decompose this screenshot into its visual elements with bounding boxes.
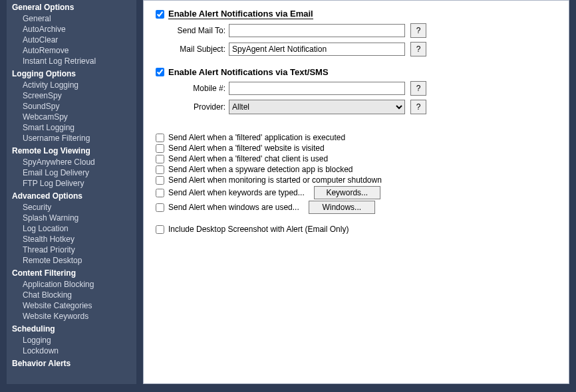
sidebar-item[interactable]: Activity Logging [7, 80, 136, 90]
main-panel: Enable Alert Notifications via Email Sen… [143, 0, 569, 384]
include-screenshot-label: Include Desktop Screenshot with Alert (E… [168, 225, 349, 234]
sidebar-section-title: Advanced Options [7, 189, 136, 202]
alert-row: Send Alert when a 'filtered' chat client… [156, 154, 557, 163]
provider-row: Provider: Alltel ? [156, 100, 557, 114]
sidebar-item[interactable]: Instant Log Retrieval [7, 56, 136, 66]
enable-sms-checkbox[interactable] [156, 68, 164, 76]
sidebar-item[interactable]: SpyAnywhere Cloud [7, 157, 136, 167]
sidebar-item[interactable]: Security [7, 202, 136, 213]
alert-checkbox[interactable] [156, 134, 164, 142]
sidebar-item[interactable]: Thread Priority [7, 245, 136, 255]
alert-checkbox[interactable] [156, 144, 164, 153]
mobile-row: Mobile #: ? [156, 81, 557, 96]
alert-side-button[interactable]: Windows... [309, 201, 375, 214]
sidebar-item[interactable]: Username Filtering [7, 133, 136, 144]
sidebar-item[interactable]: WebcamSpy [7, 112, 136, 122]
sidebar-item[interactable]: Splash Warning [7, 213, 136, 223]
alert-side-button[interactable]: Keywords... [314, 186, 380, 199]
sidebar-section-title: Behavior Alerts [7, 356, 136, 369]
alert-label: Send Alert when windows are used... [168, 203, 299, 212]
sidebar-item[interactable]: Smart Logging [7, 122, 136, 133]
sidebar-item[interactable]: SoundSpy [7, 101, 136, 112]
alert-row: Send Alert when keywords are typed...Key… [156, 186, 557, 199]
provider-label: Provider: [156, 102, 229, 112]
screenshot-row: Include Desktop Screenshot with Alert (E… [156, 225, 557, 234]
mobile-label: Mobile #: [156, 84, 229, 93]
alert-row: Send Alert when windows are used...Windo… [156, 201, 557, 214]
sidebar-item[interactable]: Chat Blocking [7, 290, 136, 300]
provider-select[interactable]: Alltel [229, 100, 405, 114]
alert-checkbox[interactable] [156, 155, 164, 163]
sidebar-item[interactable]: Website Categories [7, 300, 136, 311]
sidebar-section-title: General Options [7, 0, 136, 13]
alert-checkbox[interactable] [156, 176, 164, 185]
sidebar-item[interactable]: AutoClear [7, 35, 136, 45]
sidebar-section-title: Content Filtering [7, 266, 136, 279]
sidebar: General OptionsGeneralAutoArchiveAutoCle… [7, 0, 136, 384]
provider-help-button[interactable]: ? [410, 100, 426, 114]
send-mail-to-help-button[interactable]: ? [410, 23, 426, 38]
sidebar-section-title: Scheduling [7, 322, 136, 335]
alert-checkbox[interactable] [156, 189, 164, 197]
alert-row: Send Alert when a spyware detection app … [156, 165, 557, 174]
sidebar-item[interactable]: Website Keywords [7, 311, 136, 322]
sidebar-item[interactable]: Logging [7, 335, 136, 345]
sms-section-header: Enable Alert Notifications via Text/SMS [156, 67, 557, 77]
send-mail-to-label: Send Mail To: [156, 26, 229, 35]
alert-row: Send Alert when monitoring is started or… [156, 175, 557, 185]
enable-email-title: Enable Alert Notifications via Email [168, 9, 313, 19]
include-screenshot-checkbox[interactable] [156, 225, 164, 234]
sidebar-item[interactable]: ScreenSpy [7, 90, 136, 101]
sidebar-section-title: Remote Log Viewing [7, 144, 136, 157]
sidebar-item[interactable]: Lockdown [7, 345, 136, 356]
alerts-container: Send Alert when a 'filtered' application… [156, 133, 557, 214]
sidebar-item[interactable]: AutoRemove [7, 45, 136, 56]
alert-label: Send Alert when a 'filtered' website is … [168, 144, 325, 153]
sidebar-item[interactable]: Stealth Hotkey [7, 234, 136, 245]
alert-label: Send Alert when a spyware detection app … [168, 165, 353, 174]
mail-subject-row: Mail Subject: ? [156, 42, 557, 56]
enable-email-checkbox[interactable] [156, 10, 164, 19]
mobile-help-button[interactable]: ? [410, 81, 426, 96]
sidebar-item[interactable]: General [7, 13, 136, 24]
sidebar-item[interactable]: Log Location [7, 223, 136, 234]
sidebar-item[interactable]: Remote Desktop [7, 255, 136, 266]
mail-subject-label: Mail Subject: [156, 45, 229, 54]
email-section-header: Enable Alert Notifications via Email [156, 9, 557, 19]
sidebar-section-title: Logging Options [7, 66, 136, 80]
alert-checkbox[interactable] [156, 203, 164, 212]
sidebar-item[interactable]: Email Log Delivery [7, 167, 136, 178]
mobile-input[interactable] [229, 82, 405, 95]
alert-checkbox[interactable] [156, 165, 164, 174]
alert-label: Send Alert when monitoring is started or… [168, 175, 382, 185]
enable-sms-title: Enable Alert Notifications via Text/SMS [168, 67, 329, 77]
alert-row: Send Alert when a 'filtered' website is … [156, 144, 557, 153]
mail-subject-input[interactable] [229, 43, 405, 56]
alert-row: Send Alert when a 'filtered' application… [156, 133, 557, 142]
sidebar-item[interactable]: Application Blocking [7, 279, 136, 290]
alert-label: Send Alert when a 'filtered' chat client… [168, 154, 328, 163]
alert-label: Send Alert when keywords are typed... [168, 188, 305, 197]
sidebar-item[interactable]: FTP Log Delivery [7, 178, 136, 189]
send-mail-to-input[interactable] [229, 24, 405, 37]
mail-subject-help-button[interactable]: ? [410, 42, 426, 56]
alert-label: Send Alert when a 'filtered' application… [168, 133, 345, 142]
sidebar-item[interactable]: AutoArchive [7, 24, 136, 35]
send-mail-to-row: Send Mail To: ? [156, 23, 557, 38]
